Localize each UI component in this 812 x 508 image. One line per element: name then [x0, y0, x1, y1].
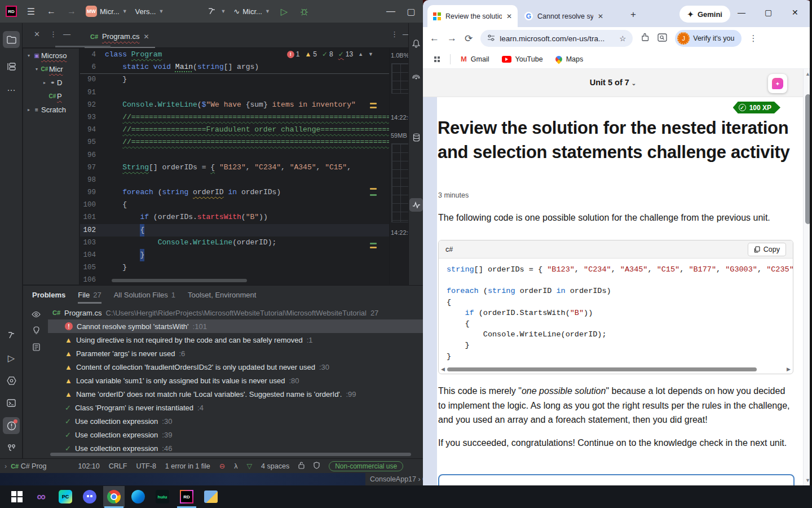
code-editor[interactable]: 4class Program6 static void Main(string[…	[80, 49, 389, 284]
error-summary[interactable]: 1 error in 1 file	[165, 462, 210, 470]
monitoring-icon[interactable]	[409, 198, 423, 212]
extensions-icon[interactable]	[641, 33, 650, 44]
problem-row[interactable]: ▲Parameter 'args' is never used:6	[48, 347, 423, 360]
gutter-mark[interactable]	[370, 194, 377, 196]
vcs-tool-icon[interactable]	[3, 440, 20, 457]
tree-item-d[interactable]: ▸⚭D	[23, 76, 79, 89]
address-bar[interactable]: learn.microsoft.com/en-us/tra... ☆	[480, 30, 633, 47]
vcs-widget[interactable]: Vers... ▼	[135, 7, 164, 16]
tree-chevron-icon[interactable]: ▾	[25, 53, 32, 58]
taskbar-pycharm[interactable]: PC	[58, 489, 73, 504]
code-line-103[interactable]: 103 Console.WriteLine(orderID);	[80, 237, 389, 249]
new-tab-button[interactable]: +	[630, 9, 636, 20]
encoding[interactable]: UTF-8	[136, 462, 156, 470]
minimize-button[interactable]: —	[738, 8, 745, 17]
unit-dropdown[interactable]: Unit 5 of 7 ⌄	[423, 78, 803, 87]
code-line-100[interactable]: 100 {	[80, 199, 389, 211]
preview-eye-icon[interactable]	[32, 310, 41, 319]
code-line-93[interactable]: 93 //===================================…	[80, 111, 389, 124]
code-line-98[interactable]: 98	[80, 174, 389, 186]
tree-item-microso[interactable]: ▾▣Microso	[23, 49, 79, 62]
indent-setting[interactable]: 4 spaces	[261, 462, 289, 470]
tree-item-scratch[interactable]: ▸≡Scratch	[23, 103, 79, 116]
gutter-mark[interactable]	[370, 103, 377, 104]
taskbar-discord[interactable]	[82, 489, 97, 504]
sort-list-icon[interactable]	[33, 343, 40, 353]
problem-row[interactable]: ✓Class 'Program' is never instantiated:4	[48, 401, 423, 414]
site-settings-icon[interactable]	[487, 34, 495, 43]
close-tab-icon[interactable]: ✕	[506, 12, 512, 20]
next-unit-box[interactable]	[438, 474, 795, 485]
main-menu-icon[interactable]: ☰	[25, 5, 37, 17]
tree-chevron-icon[interactable]: ▸	[25, 107, 32, 112]
problems-horizontal-scrollbar[interactable]	[50, 453, 411, 456]
close-tab-icon[interactable]: ✕	[144, 33, 149, 41]
code-line-6[interactable]: 6 static void Main(string[] args)	[80, 61, 389, 73]
bookmark-star-icon[interactable]: ☆	[619, 34, 626, 43]
run-button[interactable]: ▷	[278, 5, 290, 17]
prev-problem-icon[interactable]: ▲	[358, 51, 363, 57]
commit-tool-icon[interactable]	[3, 58, 20, 75]
taskbar-files[interactable]	[204, 489, 218, 504]
apps-grid-icon[interactable]	[431, 56, 443, 62]
problems-tab-file[interactable]: File27	[78, 286, 101, 304]
browser-menu-icon[interactable]: ⋮	[749, 33, 758, 43]
tree-item-p[interactable]: C#P	[23, 89, 79, 103]
collapse-all-icon[interactable]: ✕	[34, 30, 40, 38]
problems-tab-all-solution-files[interactable]: All Solution Files1	[114, 286, 175, 304]
build-tool-icon[interactable]	[3, 327, 20, 344]
code-line-104[interactable]: 104 }	[80, 249, 389, 261]
gutter-mark[interactable]	[370, 243, 377, 244]
scrollbar-thumb[interactable]	[447, 367, 757, 371]
line-ending[interactable]: CRLF	[109, 462, 127, 470]
next-problem-icon[interactable]: ▼	[368, 51, 373, 57]
maximize-button[interactable]: ▢	[405, 5, 417, 17]
browser-tab-0[interactable]: Review the solution✕	[427, 5, 518, 27]
scroll-left-icon[interactable]: ◀	[441, 366, 445, 372]
problem-row[interactable]: ✓Use collection expression:39	[48, 428, 423, 441]
taskbar-hulu[interactable]: hulu	[155, 489, 170, 504]
editor-horizontal-scrollbar[interactable]	[112, 279, 247, 282]
tree-chevron-icon[interactable]: ▸	[41, 80, 48, 85]
quickfix-bulb-icon[interactable]	[33, 326, 39, 336]
maximize-button[interactable]: ▢	[765, 8, 772, 17]
code-line-92[interactable]: 92 Console.WriteLine($"We have {sum} ite…	[80, 99, 389, 111]
problem-row[interactable]: ▲Content of collection 'fraudlentOrdersI…	[48, 360, 423, 374]
back-icon[interactable]: ←	[430, 33, 439, 44]
side-panel-search-icon[interactable]	[657, 33, 667, 44]
close-button[interactable]: ✕	[792, 8, 798, 17]
forward-icon[interactable]: →	[447, 33, 457, 44]
gemini-button[interactable]: ✦ Gemini	[679, 6, 730, 23]
run-config-widget[interactable]: ∿ Micr... ▼	[233, 7, 270, 16]
scroll-right-icon[interactable]: ▶	[787, 366, 791, 372]
project-widget[interactable]: MW Micr... ▼	[86, 6, 127, 17]
nabla-icon[interactable]: ▽	[246, 462, 252, 470]
code-line-101[interactable]: 101 if (orderIDs.startsWith("B"))	[80, 211, 389, 224]
caret-position[interactable]: 102:10	[78, 462, 100, 470]
database-icon[interactable]	[409, 130, 423, 144]
tree-chevron-icon[interactable]: ▾	[33, 67, 40, 72]
code-horizontal-scrollbar[interactable]: ◀ ▶	[439, 365, 793, 374]
hide-panel-icon[interactable]: —	[63, 30, 70, 38]
forward-icon[interactable]: →	[65, 5, 78, 17]
project-tool-icon[interactable]	[3, 31, 20, 48]
copy-button[interactable]: Copy	[748, 243, 786, 256]
back-icon[interactable]: ←	[45, 5, 58, 17]
code-line-105[interactable]: 105 }	[80, 261, 389, 274]
problems-tab-toolset-environment[interactable]: Toolset, Environment	[188, 286, 256, 304]
gutter-mark[interactable]	[370, 107, 377, 108]
bookmark-youtube[interactable]: YouTube	[498, 55, 546, 63]
code-line-99[interactable]: 99 foreach (string orderID in orderIDs)	[80, 186, 389, 199]
debug-button[interactable]	[298, 5, 311, 17]
code-line-95[interactable]: 95 //===================================…	[80, 136, 389, 148]
highlight-level-icon[interactable]: ⊖	[219, 462, 225, 470]
more-tools-icon[interactable]: …	[3, 80, 20, 97]
copilot-button[interactable]: ✦	[768, 74, 787, 93]
taskbar-chrome[interactable]	[107, 489, 121, 504]
problems-tool-icon[interactable]	[3, 417, 20, 434]
build-widget[interactable]: ▼	[205, 5, 226, 17]
bookmark-gmail[interactable]: MGmail	[457, 55, 493, 63]
code-line-102[interactable]: 102 {	[80, 224, 389, 237]
close-tab-icon[interactable]: ✕	[598, 12, 603, 20]
shield-icon[interactable]	[314, 462, 320, 471]
